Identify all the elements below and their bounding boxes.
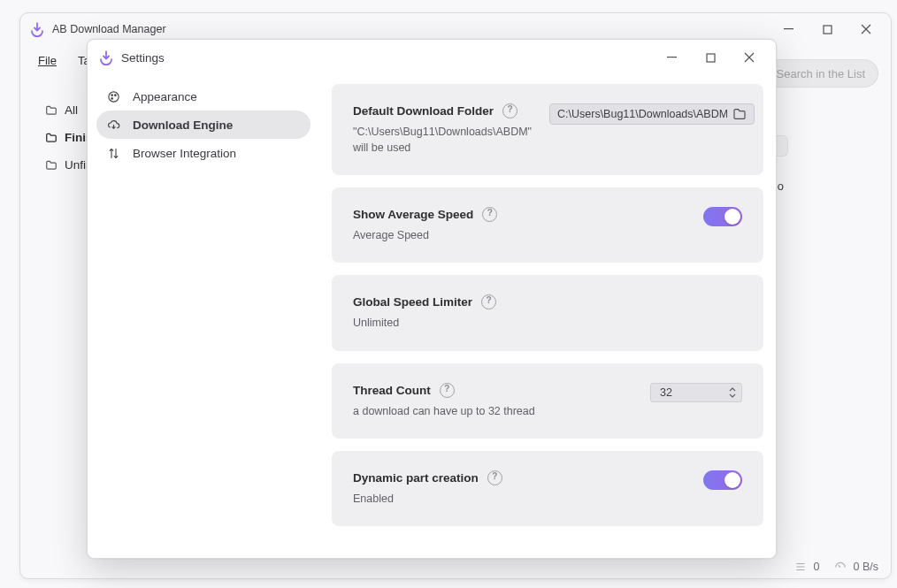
section-title: Dynamic part creation [353, 471, 479, 485]
section-subtitle: a download can have up to 32 thread [353, 403, 535, 419]
settings-maximize-button[interactable] [691, 44, 730, 71]
transfer-icon [107, 147, 120, 160]
average-speed-toggle[interactable] [703, 207, 742, 226]
section-title: Global Speed Limiter [353, 295, 472, 309]
status-speed: 0 B/s [854, 561, 879, 573]
svg-point-7 [111, 97, 113, 99]
sidebar-item-label: Browser Integration [133, 147, 236, 160]
folder-icon [732, 108, 747, 120]
folder-icon [45, 159, 58, 172]
help-icon[interactable]: ? [487, 470, 502, 485]
settings-title: Settings [121, 51, 165, 65]
speed-icon [834, 561, 847, 573]
section-subtitle: Unlimited [353, 315, 496, 331]
settings-window-controls [652, 44, 769, 71]
help-icon[interactable]: ? [502, 103, 518, 118]
thread-count-stepper[interactable]: 32 [650, 383, 742, 402]
settings-title-bar: Settings [88, 40, 776, 75]
close-button[interactable] [847, 16, 886, 42]
sidebar-item-label: Appearance [133, 90, 197, 103]
settings-content: Default Download Folder? "C:\Users\Bug11… [319, 75, 776, 558]
main-title: AB Download Manager [52, 23, 166, 35]
hidden-time-text: go [771, 179, 877, 193]
default-folder-input[interactable]: C:\Users\Bug11\Downloads\ABDM [549, 103, 755, 125]
dynamic-part-toggle[interactable] [703, 470, 742, 490]
thread-count-value: 32 [660, 386, 672, 399]
app-icon [98, 50, 114, 65]
app-icon [29, 21, 45, 37]
section-dynamic-part: Dynamic part creation? Enabled [332, 451, 763, 526]
maximize-button[interactable] [808, 16, 847, 42]
download-cloud-icon [107, 118, 120, 132]
sidebar-item-appearance[interactable]: Appearance [96, 82, 310, 111]
minimize-button[interactable] [769, 16, 808, 42]
svg-point-5 [111, 94, 113, 95]
settings-close-button[interactable] [730, 44, 769, 71]
svg-rect-2 [667, 57, 677, 57]
help-icon[interactable]: ? [481, 294, 496, 309]
menu-file[interactable]: File [29, 50, 65, 71]
section-average-speed: Show Average Speed? Average Speed [332, 187, 763, 263]
folder-path-value: C:\Users\Bug11\Downloads\ABDM [557, 108, 727, 120]
settings-sidebar: Appearance Download Engine Browser Integ… [88, 75, 319, 558]
svg-rect-0 [784, 28, 794, 29]
section-subtitle: Enabled [353, 491, 502, 507]
settings-minimize-button[interactable] [652, 44, 691, 71]
status-count: 0 [814, 561, 820, 573]
section-subtitle: Average Speed [353, 227, 497, 243]
folder-icon [45, 132, 58, 144]
section-speed-limiter: Global Speed Limiter? Unlimited [332, 275, 763, 350]
section-title: Thread Count [353, 384, 431, 397]
help-icon[interactable]: ? [482, 207, 497, 222]
folder-icon [45, 104, 58, 117]
svg-point-6 [115, 94, 117, 95]
section-thread-count: Thread Count? a download can have up to … [332, 363, 763, 439]
section-default-folder: Default Download Folder? "C:\Users\Bug11… [332, 84, 763, 175]
section-title: Default Download Folder [353, 104, 494, 118]
settings-dialog: Settings Appearance Download Engine Brow… [87, 39, 777, 559]
section-title: Show Average Speed [353, 208, 473, 221]
stepper-arrows-icon [729, 386, 736, 399]
help-icon[interactable]: ? [440, 383, 455, 398]
svg-point-4 [109, 91, 119, 101]
sidebar-item-download-engine[interactable]: Download Engine [96, 111, 310, 139]
sidebar-item-label: Download Engine [133, 118, 233, 132]
svg-rect-3 [707, 54, 715, 62]
settings-body: Appearance Download Engine Browser Integ… [88, 75, 776, 558]
sidebar-item-browser-integration[interactable]: Browser Integration [96, 139, 310, 167]
svg-rect-1 [824, 26, 832, 34]
palette-icon [107, 90, 120, 103]
list-icon [794, 561, 807, 573]
main-window-controls [769, 16, 886, 42]
search-placeholder: Search in the List [777, 67, 865, 80]
